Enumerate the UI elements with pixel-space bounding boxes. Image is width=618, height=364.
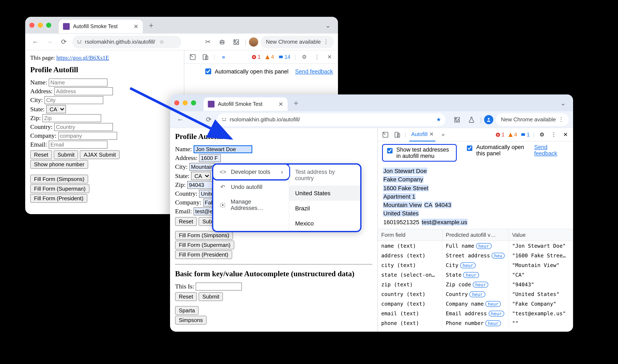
minimize-window-icon[interactable] <box>183 100 188 105</box>
more-tabs-button[interactable]: » <box>219 53 228 61</box>
thisis-input[interactable] <box>196 283 242 290</box>
submit2-button[interactable]: Submit <box>199 292 223 301</box>
more-tabs-button[interactable]: » <box>439 130 447 139</box>
table-row[interactable]: email (text)Email addressheur"test@examp… <box>378 309 573 318</box>
bookmark-star-icon[interactable]: ☆ <box>159 39 164 45</box>
name-input[interactable] <box>193 145 252 153</box>
auto-open-checkbox[interactable] <box>467 145 473 151</box>
state-select[interactable]: CA <box>191 172 211 180</box>
developer-tools-item[interactable]: <> Developer tools › <box>212 163 290 181</box>
maximize-window-icon[interactable] <box>46 23 51 28</box>
bookmark-star-icon[interactable]: ★ <box>436 116 441 123</box>
show-phone-button[interactable]: Show phone number <box>30 160 88 169</box>
omnibox[interactable]: rsolomakhin.github.io/autofill/ ☆ <box>72 36 181 48</box>
page-short-link[interactable]: https://goo.gl/B6Xs1E <box>56 55 109 61</box>
settings-gear-icon[interactable]: ⚙ <box>538 130 546 139</box>
profile-avatar[interactable] <box>249 37 258 46</box>
reload-button[interactable]: ⟳ <box>58 36 70 48</box>
close-window-icon[interactable] <box>29 23 34 28</box>
col-value[interactable]: Value <box>508 229 573 241</box>
tabs-overflow-button[interactable]: ⌄ <box>557 97 569 109</box>
table-row[interactable]: company (text)Company nameheur"Fake Comp… <box>378 299 573 309</box>
extensions-puzzle-icon[interactable] <box>231 36 242 48</box>
settings-gear-icon[interactable]: ⚙ <box>300 53 309 61</box>
address-input[interactable] <box>199 154 221 162</box>
country-option-us[interactable]: United States <box>289 186 360 201</box>
email-input[interactable] <box>49 141 107 149</box>
city-input[interactable] <box>44 96 103 104</box>
back-button[interactable]: ← <box>29 36 41 48</box>
extension-robot-icon[interactable] <box>216 36 228 48</box>
country-option-mx[interactable]: Mexico <box>289 216 360 231</box>
tabs-overflow-button[interactable]: ⌄ <box>322 19 334 31</box>
manage-addresses-item[interactable]: Manage Addresses… <box>213 194 289 215</box>
close-devtools-icon[interactable]: ✕ <box>561 130 570 139</box>
col-predicted[interactable]: Predicted autofill v… <box>442 229 509 241</box>
site-settings-icon[interactable] <box>221 117 227 122</box>
table-row[interactable]: phone (text)Phone numberheur"" <box>378 318 573 328</box>
new-chrome-chip[interactable]: New Chrome available ⋮ <box>261 36 334 48</box>
forward-button[interactable]: → <box>44 36 55 48</box>
send-feedback-link[interactable]: Send feedback <box>534 144 569 156</box>
col-form-field[interactable]: Form field <box>378 229 442 241</box>
device-toggle-icon[interactable] <box>393 130 401 139</box>
reset-button[interactable]: Reset <box>175 217 197 226</box>
submit-button[interactable]: Submit <box>54 150 78 159</box>
reload-button[interactable]: ⟳ <box>203 114 215 125</box>
fill-superman-button[interactable]: Fill Form (Superman) <box>30 184 90 193</box>
device-toggle-icon[interactable] <box>201 53 209 61</box>
inspect-icon[interactable] <box>189 53 197 61</box>
ajax-submit-button[interactable]: AJAX Submit <box>80 150 120 159</box>
forward-button[interactable]: → <box>189 114 200 125</box>
fill-superman-button[interactable]: Fill Form (Superman) <box>175 241 234 249</box>
back-button[interactable]: ← <box>174 114 186 125</box>
warnings-count[interactable]: 4 <box>508 132 517 138</box>
minimize-window-icon[interactable] <box>38 23 43 28</box>
fill-simpsons-button[interactable]: Fill Form (Simpsons) <box>30 175 88 183</box>
table-row[interactable]: name (text)Full nameheur"Jon Stewart Doe… <box>378 241 573 251</box>
scissors-icon[interactable]: ✂ <box>202 36 214 48</box>
fill-president-button[interactable]: Fill Form (President) <box>175 250 232 259</box>
errors-count[interactable]: 1 <box>495 132 505 138</box>
labs-flask-icon[interactable] <box>466 114 477 125</box>
zip-input[interactable] <box>42 114 101 122</box>
reset2-button[interactable]: Reset <box>175 292 197 301</box>
close-tab-x-icon[interactable]: ✕ <box>429 131 434 137</box>
browser-tab[interactable]: Autofill Smoke Test ✕ <box>204 97 288 111</box>
address-input[interactable] <box>54 87 113 95</box>
send-feedback-link[interactable]: Send feedback <box>295 68 333 75</box>
reset-button[interactable]: Reset <box>30 150 52 159</box>
profile-avatar[interactable] <box>484 115 493 124</box>
table-row[interactable]: country (text)Countryheur"United States" <box>378 289 573 299</box>
city-input[interactable] <box>189 163 215 171</box>
fill-simpsons-button[interactable]: Fill Form (Simpsons) <box>175 231 233 240</box>
close-tab-icon[interactable]: ✕ <box>278 101 283 107</box>
messages-count[interactable]: 1 <box>520 132 530 138</box>
extensions-puzzle-icon[interactable] <box>451 114 463 125</box>
auto-open-option[interactable]: Automatically open this panel <box>465 144 526 156</box>
show-test-addresses-option[interactable]: Show test addresses in autofill menu <box>382 144 457 162</box>
name-input[interactable] <box>49 78 107 87</box>
fill-president-button[interactable]: Fill Form (President) <box>30 194 87 203</box>
undo-autofill-item[interactable]: ↶ Undo autofill <box>213 179 289 194</box>
autofill-tab[interactable]: Autofill ✕ <box>410 128 436 141</box>
site-settings-icon[interactable] <box>77 39 82 45</box>
table-row[interactable]: city (text)Cityheur"Mountain View" <box>378 260 573 270</box>
table-row[interactable]: zip (text)Zip codeheur"94043" <box>378 280 573 289</box>
new-tab-button[interactable]: ＋ <box>145 19 157 31</box>
auto-open-checkbox[interactable] <box>205 68 211 74</box>
inspect-icon[interactable] <box>381 130 390 139</box>
errors-count[interactable]: 1 <box>251 54 261 60</box>
omnibox[interactable]: rsolomakhin.github.io/autofill/ ★ <box>217 113 445 126</box>
warnings-count[interactable]: 4 <box>265 54 274 60</box>
close-tab-icon[interactable]: ✕ <box>133 23 139 30</box>
new-tab-button[interactable]: ＋ <box>290 97 302 109</box>
more-menu-icon[interactable]: ⋮ <box>550 130 558 139</box>
country-input[interactable] <box>54 123 113 131</box>
table-row[interactable]: address (text)Street addressheu"1600 Fak… <box>378 251 573 260</box>
state-select[interactable]: CA <box>46 105 66 113</box>
country-option-br[interactable]: Brazil <box>289 201 360 216</box>
zip-input[interactable] <box>187 181 213 189</box>
show-test-addresses-checkbox[interactable] <box>387 148 393 154</box>
sparta-button[interactable]: Sparta <box>175 306 199 315</box>
